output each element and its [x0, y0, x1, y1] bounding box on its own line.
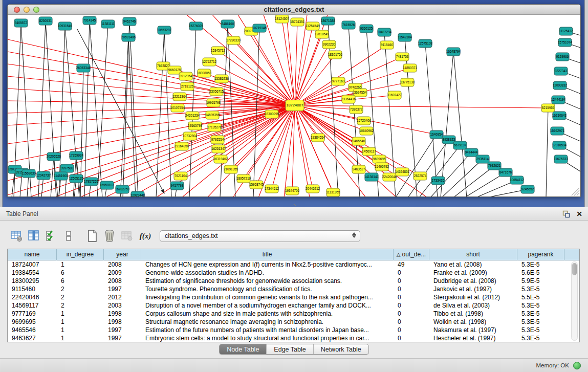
graph-node[interactable]: 9997588	[60, 164, 74, 172]
select-all-icon[interactable]	[43, 228, 59, 244]
graph-node[interactable]: 19965798	[206, 99, 221, 107]
graph-node[interactable]: 8471676	[499, 168, 512, 177]
citation-network-graph[interactable]: 1830029519384554977716997462663624554233…	[8, 15, 580, 196]
graph-node[interactable]: 21091355	[224, 165, 238, 173]
graph-node[interactable]: 18724007	[286, 100, 304, 111]
close-panel-icon[interactable]: ✕	[575, 209, 584, 218]
window-resize-grip[interactable]	[570, 187, 580, 196]
table-row[interactable]: 911546021997Tourette syndrome. Phenomeno…	[8, 285, 579, 293]
graph-node[interactable]: 19164350	[175, 142, 189, 150]
graph-node[interactable]: 7932621	[488, 162, 501, 170]
graph-node[interactable]: 7615526	[342, 21, 355, 29]
new-column-icon[interactable]	[84, 228, 100, 244]
graph-node[interactable]: 7914345	[83, 16, 96, 25]
graph-node[interactable]: 24201234	[185, 112, 200, 120]
graph-node[interactable]: 11568630	[21, 169, 36, 178]
graph-node[interactable]: 11125432	[559, 27, 573, 35]
graph-node[interactable]: 15586236	[214, 75, 229, 83]
close-window-icon[interactable]	[14, 7, 20, 13]
graph-node[interactable]: 10640962	[359, 127, 374, 135]
table-select-dropdown[interactable]: citations_edges.txt	[160, 230, 360, 242]
graph-node[interactable]: 12213364	[172, 93, 187, 101]
graph-node[interactable]: 7386372	[350, 105, 363, 114]
table-row[interactable]: 1872400712008Changes of HCN gene express…	[8, 260, 579, 269]
graph-node[interactable]: 17344512	[265, 185, 279, 193]
graph-node[interactable]: 7621104	[174, 172, 187, 180]
graph-node[interactable]: 18301756	[328, 51, 343, 59]
table-row[interactable]: 946554611997Estimation of the future num…	[8, 326, 579, 334]
graph-node[interactable]: 17016504	[552, 141, 567, 149]
graph-node[interactable]: 1733426	[431, 177, 445, 185]
graph-node[interactable]: 11131955	[326, 188, 340, 196]
graph-node[interactable]: 9457793	[170, 182, 184, 190]
float-panel-icon[interactable]	[561, 209, 571, 218]
delete-table-icon[interactable]	[119, 228, 135, 244]
table-row[interactable]: 946362711997Embryonic stem cells: a mode…	[8, 334, 579, 342]
graph-node[interactable]: 12618549	[315, 30, 330, 38]
graph-node[interactable]: 17359924	[69, 151, 84, 160]
graph-node[interactable]: 15724351	[290, 18, 305, 26]
graph-node[interactable]: 8912954	[179, 72, 192, 80]
column-header-short[interactable]: short	[429, 249, 517, 260]
graph-node[interactable]: 11381111	[101, 20, 115, 28]
graph-node[interactable]: 20445212	[306, 185, 320, 193]
minimize-window-icon[interactable]	[24, 7, 30, 13]
graph-node[interactable]: 9474444	[465, 148, 478, 157]
graph-node[interactable]: 9462746	[123, 17, 136, 26]
graph-node[interactable]: 18957219	[236, 174, 251, 183]
graph-node[interactable]: 9405572	[14, 19, 28, 27]
table-mode-icon[interactable]	[8, 228, 25, 244]
graph-node[interactable]: 14136141	[364, 173, 379, 181]
graph-node[interactable]: 15751074	[558, 38, 573, 47]
graph-node[interactable]: 12042737	[36, 171, 51, 180]
graph-node[interactable]: 9227343	[554, 67, 568, 75]
graph-node[interactable]: 22420046	[382, 173, 397, 181]
graph-node[interactable]: 14524851	[395, 168, 410, 176]
graph-node[interactable]: 11451900	[54, 172, 68, 180]
graph-node[interactable]: 16648794	[446, 48, 461, 56]
graph-node[interactable]: 12923448	[130, 191, 145, 196]
graph-node[interactable]: 10107554	[170, 104, 185, 112]
show-column-icon[interactable]	[26, 228, 42, 244]
graph-node[interactable]: 8215955	[541, 104, 555, 112]
graph-node[interactable]: 9463627	[352, 165, 365, 173]
graph-node[interactable]: 11607427	[387, 91, 402, 99]
graph-node[interactable]: 19344706	[285, 187, 300, 195]
table-vertical-scrollbar[interactable]	[571, 261, 578, 341]
delete-column-icon[interactable]	[101, 228, 118, 244]
graph-node[interactable]: 11254549	[306, 22, 320, 30]
panel-divider-handle[interactable]	[292, 204, 297, 207]
graph-node[interactable]: 9699695	[373, 155, 386, 163]
graph-node[interactable]: 10719145	[252, 24, 267, 32]
network-canvas[interactable]: 1830029519384554977716997462663624554233…	[8, 15, 580, 196]
graph-node[interactable]: 2522574	[413, 172, 427, 180]
table-row[interactable]: 1830029562008Estimation of significance …	[8, 277, 579, 285]
graph-node[interactable]: 26053346	[76, 64, 91, 72]
graph-node[interactable]: 20691406	[121, 33, 136, 41]
table-row[interactable]: 977716911998Corpus callosum shape and si…	[8, 310, 579, 318]
table-row[interactable]: 2242004622012Investigating the contribut…	[8, 293, 579, 301]
column-header-name[interactable]: name	[8, 249, 57, 260]
column-header-pagerank[interactable]: pagerank	[517, 249, 564, 260]
graph-node[interactable]: 10931546	[58, 22, 73, 30]
column-header-title[interactable]: title	[141, 249, 394, 260]
column-header-out_de[interactable]: △out_de...	[394, 249, 429, 260]
graph-node[interactable]: 15958745	[249, 181, 264, 189]
graph-node[interactable]: 9360125	[360, 25, 373, 33]
graph-node[interactable]: 19565798	[188, 122, 203, 130]
graph-node[interactable]: 16210643	[552, 112, 567, 120]
graph-node[interactable]: 9792554	[211, 136, 224, 144]
column-header-year[interactable]: year	[104, 249, 141, 260]
graph-node[interactable]: 10732804	[183, 132, 198, 140]
graph-node[interactable]: 16319462	[213, 155, 228, 163]
graph-node[interactable]: 1640954	[430, 130, 443, 139]
graph-node[interactable]: 23056715	[209, 87, 224, 96]
function-builder-icon[interactable]: f(x)	[136, 228, 155, 244]
graph-node[interactable]: 12575108	[418, 39, 433, 48]
tab-network-table[interactable]: Network Table	[314, 344, 368, 354]
tab-node-table[interactable]: Node Table	[220, 344, 267, 354]
graph-node[interactable]: 15345712	[211, 47, 226, 55]
graph-node[interactable]: 18671388	[321, 17, 336, 25]
network-window-titlebar[interactable]: citations_edges.txt	[8, 5, 580, 15]
unselect-all-icon[interactable]	[60, 228, 77, 244]
